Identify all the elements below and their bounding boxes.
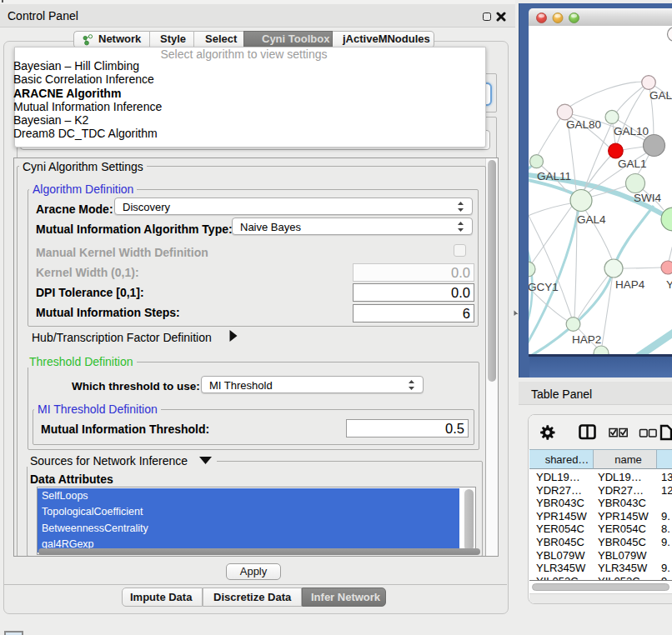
svg-text:GAL4: GAL4 xyxy=(577,213,606,226)
svg-text:GAL11: GAL11 xyxy=(537,170,571,182)
svg-text:SWI4: SWI4 xyxy=(634,192,661,204)
svg-text:HAP4: HAP4 xyxy=(615,278,645,291)
svg-text:HAP2: HAP2 xyxy=(572,333,601,346)
svg-text:GAL1: GAL1 xyxy=(618,158,647,170)
svg-text:GCY1: GCY1 xyxy=(529,281,559,293)
svg-text:GAL7: GAL7 xyxy=(649,89,672,102)
svg-text:YE: YE xyxy=(666,278,672,291)
svg-text:GAL10: GAL10 xyxy=(614,125,649,138)
svg-text:GAL80: GAL80 xyxy=(566,118,601,131)
